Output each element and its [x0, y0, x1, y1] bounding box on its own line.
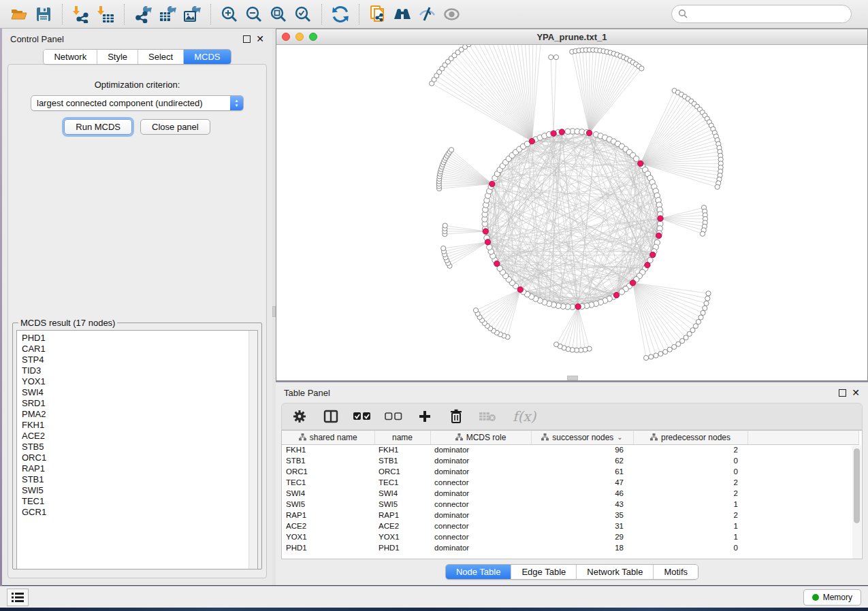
- cell-name[interactable]: YOX1: [374, 531, 430, 542]
- col-name[interactable]: name: [374, 431, 430, 444]
- export-network-icon[interactable]: [131, 3, 155, 26]
- cell-predecessor-nodes[interactable]: 2: [633, 510, 748, 521]
- window-minimize-icon[interactable]: [295, 33, 304, 41]
- mcds-result-item[interactable]: STP4: [22, 354, 257, 365]
- mcds-network-node[interactable]: [517, 287, 523, 293]
- search-network-icon[interactable]: [390, 3, 415, 26]
- cell-mcds-role[interactable]: dominator: [430, 542, 531, 553]
- cell-mcds-role[interactable]: dominator: [430, 444, 531, 455]
- cell-shared-name[interactable]: STB1: [282, 455, 374, 466]
- tab-style[interactable]: Style: [97, 50, 138, 64]
- network-node[interactable]: [619, 289, 624, 295]
- tab-mcds[interactable]: MCDS: [183, 50, 230, 64]
- network-node[interactable]: [667, 347, 672, 352]
- network-node[interactable]: [649, 354, 654, 359]
- cell-successor-nodes[interactable]: 35: [531, 510, 633, 521]
- network-node[interactable]: [698, 315, 703, 320]
- cell-predecessor-nodes[interactable]: 2: [633, 477, 748, 488]
- cell-mcds-role[interactable]: dominator: [430, 455, 531, 466]
- network-search-box[interactable]: [671, 5, 852, 23]
- network-node[interactable]: [554, 342, 559, 347]
- mcds-network-node[interactable]: [575, 304, 581, 310]
- cell-predecessor-nodes[interactable]: 0: [633, 542, 748, 553]
- show-hidden-eye-icon[interactable]: [439, 3, 464, 26]
- hide-selected-eye-icon[interactable]: [415, 3, 439, 26]
- cell-shared-name[interactable]: ACE2: [282, 521, 374, 531]
- cell-successor-nodes[interactable]: 61: [531, 466, 633, 477]
- cell-mcds-role[interactable]: dominator: [430, 488, 531, 499]
- network-node[interactable]: [663, 350, 668, 354]
- network-window-titlebar[interactable]: YPA_prune.txt_1: [276, 29, 867, 45]
- mcds-network-node[interactable]: [483, 229, 488, 234]
- network-node[interactable]: [549, 55, 553, 60]
- cell-name[interactable]: ACE2: [374, 521, 430, 531]
- tab-edge-table[interactable]: Edge Table: [511, 565, 576, 579]
- zoom-in-icon[interactable]: [217, 3, 242, 26]
- tab-network[interactable]: Network: [44, 50, 97, 64]
- window-zoom-icon[interactable]: [309, 33, 317, 41]
- mcds-result-item[interactable]: ACE2: [22, 431, 257, 442]
- run-mcds-button[interactable]: Run MCDS: [64, 119, 132, 135]
- import-table-icon[interactable]: [93, 3, 118, 26]
- export-table-icon[interactable]: [155, 3, 180, 26]
- table-row[interactable]: ORC1ORC1dominator610: [282, 466, 859, 477]
- cell-predecessor-nodes[interactable]: 2: [633, 488, 748, 499]
- close-panel-button[interactable]: Close panel: [140, 119, 210, 135]
- cell-shared-name[interactable]: ORC1: [282, 466, 374, 477]
- col-mcds-role[interactable]: MCDS role: [430, 431, 531, 444]
- table-scrollbar-thumb[interactable]: [854, 448, 860, 523]
- table-row[interactable]: STB1STB1dominator620: [282, 455, 859, 466]
- cell-successor-nodes[interactable]: 96: [531, 444, 633, 455]
- cell-mcds-role[interactable]: dominator: [430, 510, 531, 521]
- cell-mcds-role[interactable]: connector: [430, 521, 531, 531]
- cell-filler[interactable]: [748, 531, 859, 542]
- mcds-network-node[interactable]: [638, 161, 643, 166]
- import-network-icon[interactable]: [69, 3, 93, 26]
- function-builder-icon[interactable]: f(x): [509, 407, 539, 426]
- network-node[interactable]: [715, 184, 720, 189]
- cell-name[interactable]: ORC1: [374, 466, 430, 477]
- mcds-network-node[interactable]: [551, 131, 556, 136]
- network-canvas[interactable]: [276, 45, 867, 380]
- cell-mcds-role[interactable]: connector: [430, 531, 531, 542]
- tab-select[interactable]: Select: [138, 50, 183, 64]
- network-node[interactable]: [634, 156, 639, 161]
- refresh-view-icon[interactable]: [328, 3, 353, 26]
- cell-name[interactable]: SWI4: [374, 488, 430, 499]
- mcds-result-item[interactable]: TID3: [22, 365, 257, 376]
- mcds-result-item[interactable]: SWI4: [22, 387, 257, 398]
- table-row[interactable]: YOX1YOX1connector291: [282, 531, 859, 542]
- cell-filler[interactable]: [748, 466, 859, 477]
- cell-successor-nodes[interactable]: 43: [531, 499, 633, 510]
- cell-name[interactable]: FKH1: [374, 444, 430, 455]
- mcds-result-listbox[interactable]: PHD1CAR1STP4TID3YOX1SWI4SRD1PMA2FKH1ACE2…: [16, 330, 258, 569]
- cell-successor-nodes[interactable]: 18: [531, 542, 633, 553]
- tab-node-table[interactable]: Node Table: [446, 565, 511, 579]
- cell-successor-nodes[interactable]: 62: [531, 455, 633, 466]
- mcds-network-node[interactable]: [658, 216, 663, 221]
- cell-successor-nodes[interactable]: 47: [531, 477, 633, 488]
- cell-name[interactable]: TEC1: [374, 477, 430, 488]
- network-node[interactable]: [443, 223, 447, 228]
- mcds-network-node[interactable]: [656, 233, 662, 238]
- cell-shared-name[interactable]: TEC1: [282, 477, 374, 488]
- cell-successor-nodes[interactable]: 46: [531, 488, 633, 499]
- deselect-all-icon[interactable]: [384, 407, 403, 426]
- tab-motifs[interactable]: Motifs: [653, 565, 698, 579]
- network-node[interactable]: [654, 353, 658, 358]
- network-node[interactable]: [706, 291, 711, 296]
- delete-column-icon[interactable]: [447, 407, 466, 426]
- cell-name[interactable]: STB1: [374, 455, 430, 466]
- cell-predecessor-nodes[interactable]: 2: [633, 444, 748, 455]
- float-panel-icon[interactable]: [839, 389, 846, 397]
- tab-network-table[interactable]: Network Table: [576, 565, 653, 579]
- mcds-result-item[interactable]: CAR1: [22, 344, 257, 354]
- mcds-result-item[interactable]: PMA2: [22, 409, 257, 420]
- network-node[interactable]: [644, 355, 649, 360]
- close-panel-icon[interactable]: ✕: [852, 389, 860, 397]
- cell-name[interactable]: SWI5: [374, 499, 430, 510]
- cell-filler[interactable]: [748, 542, 859, 553]
- col-predecessor-nodes[interactable]: predecessor nodes: [633, 431, 748, 444]
- network-node[interactable]: [565, 129, 570, 134]
- mcds-network-node[interactable]: [645, 262, 650, 267]
